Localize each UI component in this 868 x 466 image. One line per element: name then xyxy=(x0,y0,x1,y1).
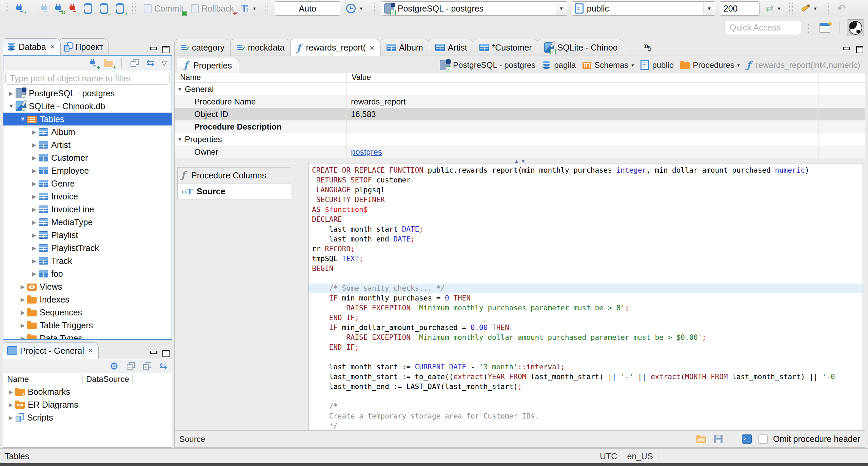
connection-dropdown-button[interactable]: ▼ xyxy=(556,2,567,15)
view-menu-button[interactable]: ▽ xyxy=(160,59,168,67)
tree-item-tables[interactable]: ▼Tables xyxy=(3,113,172,125)
editor-tab-rewards-report[interactable]: ƒrewards_report(× xyxy=(290,39,380,56)
close-icon[interactable]: × xyxy=(370,43,374,53)
tree-item-album[interactable]: ▶Album xyxy=(3,125,172,138)
collapsed-arrow-icon[interactable]: ▶ xyxy=(30,245,39,251)
subtab-source[interactable]: ‹›TSource xyxy=(177,183,291,199)
splitter[interactable]: ▲▼ xyxy=(175,158,865,163)
schema-dropdown-button[interactable]: ▼ xyxy=(704,2,715,15)
auto-sync-button[interactable]: ⇄▼ xyxy=(764,3,783,14)
transaction-mode-combo[interactable]: Auto xyxy=(275,1,340,16)
tree-item-sqlite-chinook-db[interactable]: ▼SQLite - Chinook.db xyxy=(3,100,172,113)
column-divider[interactable] xyxy=(346,73,347,158)
collapsed-arrow-icon[interactable]: ▶ xyxy=(18,296,27,303)
column-header-name[interactable]: Name xyxy=(3,374,83,384)
project-expand-all-button[interactable] xyxy=(142,362,153,371)
sql-editor-button[interactable] xyxy=(82,3,94,15)
collapse-all-button[interactable] xyxy=(129,58,140,68)
editor-tab-category[interactable]: category xyxy=(174,39,231,56)
grid-header-value[interactable]: Value xyxy=(352,73,865,82)
tree-item-postgresql-postgres[interactable]: ▶PostgreSQL - postgres xyxy=(3,87,172,100)
editor-tab-customer[interactable]: *Customer xyxy=(473,39,538,56)
tree-item-playlist[interactable]: ▶Playlist xyxy=(3,229,172,241)
breadcrumb-public[interactable]: public xyxy=(640,60,673,70)
tree-item-views[interactable]: ▶Views xyxy=(3,280,172,293)
tree-item-data-types[interactable]: ▶Data Types xyxy=(3,332,172,339)
collapsed-arrow-icon[interactable]: ▶ xyxy=(30,129,39,135)
collapsed-arrow-icon[interactable]: ▶ xyxy=(7,90,16,97)
tab-database-navigator[interactable]: Databa × xyxy=(3,38,61,55)
expanded-arrow-icon[interactable]: ▼ xyxy=(7,103,16,109)
new-connection-button[interactable]: + xyxy=(15,3,24,14)
tree-item-indexes[interactable]: ▶Indexes xyxy=(3,293,172,306)
project-collapse-all-button[interactable] xyxy=(125,362,136,371)
tree-item-track[interactable]: ▶Track xyxy=(3,254,172,267)
minimize-button[interactable] xyxy=(149,349,158,357)
expanded-arrow-icon[interactable]: ▼ xyxy=(175,86,185,92)
tab-properties[interactable]: ƒ Properties xyxy=(177,58,239,73)
tab-overflow-indicator[interactable]: »5 xyxy=(644,41,652,56)
fetch-size-input[interactable] xyxy=(720,1,760,16)
new-sql-editor-button[interactable]: + xyxy=(114,3,125,15)
close-icon[interactable]: × xyxy=(50,42,55,52)
active-connection-combo[interactable]: PostgreSQL - postgres ▼ xyxy=(382,1,567,16)
property-row-owner[interactable]: Ownerpostgres xyxy=(175,145,865,158)
editor-tab-artist[interactable]: Artist xyxy=(429,39,474,56)
tree-item-foo[interactable]: ▶foo xyxy=(3,267,172,280)
minimize-button[interactable] xyxy=(842,45,851,53)
project-settings-button[interactable]: ⚙ xyxy=(108,361,120,372)
column-header-datasource[interactable]: DataSource xyxy=(83,374,133,384)
collapsed-arrow-icon[interactable]: ▶ xyxy=(30,271,39,277)
tree-item-sequences[interactable]: ▶Sequences xyxy=(3,306,172,319)
breadcrumb-pagila[interactable]: pagila xyxy=(542,60,576,70)
reconnect-button[interactable]: ↻ xyxy=(54,3,63,14)
collapsed-arrow-icon[interactable]: ▶ xyxy=(6,402,15,408)
maximize-button[interactable] xyxy=(855,45,864,53)
tree-item-employee[interactable]: ▶Employee xyxy=(3,164,172,177)
undo-button[interactable]: ↶ xyxy=(836,3,847,14)
save-to-file-button[interactable] xyxy=(713,434,724,444)
nav-new-connection-button[interactable]: + xyxy=(88,58,98,68)
project-item-scripts[interactable]: ▶Scripts xyxy=(3,411,172,424)
collapsed-arrow-icon[interactable]: ▶ xyxy=(18,335,27,339)
open-perspective-button[interactable] xyxy=(818,21,832,34)
maximize-button[interactable] xyxy=(161,45,170,53)
quick-access-input[interactable] xyxy=(725,21,801,35)
owner-link[interactable]: postgres xyxy=(351,147,382,156)
project-item-er-diagrams[interactable]: ▶ER Diagrams xyxy=(3,398,172,411)
collapsed-arrow-icon[interactable]: ▶ xyxy=(30,168,39,174)
property-row-procedure-description[interactable]: Procedure Description xyxy=(175,120,865,133)
property-row-properties[interactable]: ▼Properties xyxy=(175,133,865,145)
commit-button[interactable]: ▣Commit xyxy=(142,3,185,14)
tree-item-customer[interactable]: ▶Customer xyxy=(3,151,172,164)
collapsed-arrow-icon[interactable]: ▶ xyxy=(30,219,39,226)
tree-item-invoice[interactable]: ▶Invoice xyxy=(3,190,172,203)
expanded-arrow-icon[interactable]: ▼ xyxy=(18,116,27,122)
dbeaver-perspective-button[interactable] xyxy=(847,19,864,36)
breadcrumb-procedures[interactable]: Procedures▾ xyxy=(680,60,740,70)
tree-item-mediatype[interactable]: ▶MediaType xyxy=(3,216,172,229)
project-link-editor-button[interactable]: ⇆ xyxy=(158,361,169,372)
nav-new-folder-button[interactable]: + xyxy=(102,59,114,68)
breadcrumb-schemas[interactable]: Schemas▾ xyxy=(583,60,634,70)
link-with-editor-button[interactable]: ⇆ xyxy=(145,58,155,69)
transaction-log-button[interactable]: T▼ xyxy=(240,3,258,14)
load-from-file-button[interactable] xyxy=(695,434,707,444)
close-icon[interactable]: × xyxy=(88,346,93,355)
rollback-button[interactable]: ↩Rollback xyxy=(190,3,235,14)
expanded-arrow-icon[interactable]: ▼ xyxy=(175,136,185,142)
collapsed-arrow-icon[interactable]: ▶ xyxy=(18,284,27,290)
active-schema-combo[interactable]: public ▼ xyxy=(572,1,715,16)
chevron-down-icon[interactable]: ▾ xyxy=(631,62,634,68)
transaction-history-button[interactable]: ▼ xyxy=(345,3,365,14)
collapsed-arrow-icon[interactable]: ▶ xyxy=(30,206,39,213)
maximize-button[interactable] xyxy=(161,349,170,357)
omit-header-checkbox[interactable] xyxy=(758,434,768,444)
project-item-bookmarks[interactable]: ▶Bookmarks xyxy=(3,385,172,398)
collapsed-arrow-icon[interactable]: ▶ xyxy=(18,322,27,329)
tree-item-table-triggers[interactable]: ▶Table Triggers xyxy=(3,319,172,332)
collapsed-arrow-icon[interactable]: ▶ xyxy=(6,414,15,421)
tab-project-explorer[interactable]: Проект xyxy=(59,38,109,55)
collapsed-arrow-icon[interactable]: ▶ xyxy=(30,155,39,161)
tree-item-genre[interactable]: ▶Genre xyxy=(3,177,172,190)
